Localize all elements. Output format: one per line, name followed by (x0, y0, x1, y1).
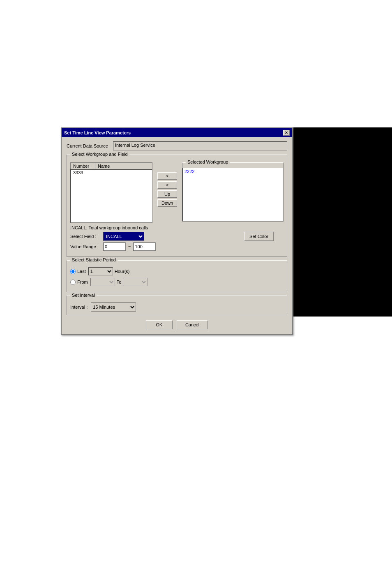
selected-workgroup-list[interactable]: 2222 (182, 168, 283, 221)
select-field-dropdown[interactable]: INCALL (103, 232, 144, 241)
radio-from-label: From (77, 280, 88, 284)
radio-from[interactable] (70, 280, 76, 285)
set-color-button[interactable]: Set Color (244, 232, 274, 241)
set-interval-legend: Set Interval (70, 293, 97, 298)
up-button[interactable]: Up (157, 190, 177, 198)
statistic-period-legend: Select Statistic Period (70, 257, 118, 262)
to-select (123, 278, 148, 286)
from-select (90, 278, 115, 286)
interval-label: Interval : (70, 305, 88, 310)
selected-workgroup-item[interactable]: 2222 (184, 169, 281, 174)
selected-workgroup-container: Selected Workgroup 2222 (182, 162, 284, 223)
workgroup-group-box: Select Workgroup and Field Number Name 3… (67, 155, 287, 257)
col-number: Number (71, 163, 95, 169)
close-button[interactable]: ✕ (283, 130, 290, 136)
to-label: To (117, 280, 122, 284)
data-source-value: Internal Log Service (113, 141, 287, 150)
cancel-button[interactable]: Cancel (177, 320, 208, 329)
title-bar: Set Time Line View Parameters ✕ (62, 128, 292, 137)
transfer-buttons: > < Up Down (155, 162, 180, 223)
tilde: ~ (128, 244, 131, 249)
move-right-button[interactable]: > (157, 172, 177, 180)
row-number: 3333 (72, 170, 97, 175)
col-name: Name (95, 163, 152, 169)
dialog-title: Set Time Line View Parameters (64, 130, 131, 135)
selected-workgroup-legend: Selected Workgroup (186, 159, 230, 164)
move-left-button[interactable]: < (157, 181, 177, 189)
interval-select[interactable]: 15 Minutes 30 Minutes 1 Hour (91, 303, 136, 312)
value-range-from[interactable] (103, 243, 126, 251)
hours-label: Hour(s) (115, 269, 130, 274)
incall-description: INCALL: Total workgroup inbound calls (70, 225, 284, 230)
table-row[interactable]: 3333 (71, 170, 152, 176)
statistic-period-group-box: Select Statistic Period Last 1 Hour(s) F… (67, 260, 287, 292)
select-field-label: Select Field : (70, 234, 103, 239)
data-source-label: Current Data Source : (67, 143, 111, 148)
workgroup-table: Number Name 3333 (70, 162, 152, 223)
radio-last[interactable] (70, 269, 76, 274)
row-name (97, 170, 122, 175)
radio-last-label: Last (77, 269, 86, 274)
set-interval-group-box: Set Interval Interval : 15 Minutes 30 Mi… (67, 296, 287, 315)
last-hours-select[interactable]: 1 (88, 267, 113, 275)
value-range-to[interactable] (133, 243, 156, 251)
down-button[interactable]: Down (157, 199, 177, 207)
value-range-label: Value Range : (70, 244, 103, 249)
workgroup-list[interactable]: 3333 (70, 169, 152, 223)
workgroup-legend: Select Workgroup and Field (70, 152, 129, 157)
ok-button[interactable]: OK (146, 320, 173, 329)
